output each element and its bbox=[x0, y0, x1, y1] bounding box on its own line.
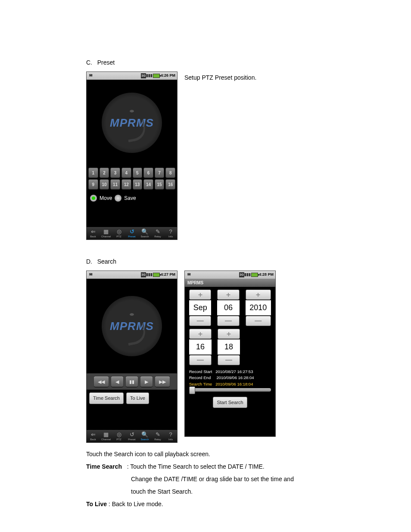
year-value[interactable]: 2010 bbox=[246, 300, 271, 315]
preset-icon: ↺ bbox=[130, 229, 134, 234]
year-up-button[interactable]: ＋ bbox=[246, 289, 271, 300]
record-end-label: Record End bbox=[189, 375, 211, 380]
preset-num-12[interactable]: 12 bbox=[121, 179, 131, 190]
time-search-button[interactable]: Time Search bbox=[89, 392, 124, 404]
battery-icon bbox=[251, 273, 258, 277]
preset-num-7[interactable]: 7 bbox=[155, 168, 165, 178]
slider-thumb[interactable] bbox=[189, 386, 195, 394]
nav-label: PTZ bbox=[116, 438, 121, 442]
preset-num-14[interactable]: 14 bbox=[143, 179, 153, 190]
nav-info[interactable]: ?Info bbox=[165, 229, 177, 239]
preset-num-6[interactable]: 6 bbox=[143, 168, 153, 178]
pause-button[interactable]: ▮▮ bbox=[126, 376, 138, 387]
step-forward-button[interactable]: ▶ bbox=[140, 376, 153, 387]
minute-up-button[interactable]: ＋ bbox=[218, 329, 240, 339]
search-screenshot-timepicker: ✉ 3G ▮▮▮ 4:28 PM MPRMS ＋ Sep — ＋ bbox=[184, 271, 276, 437]
preset-num-5[interactable]: 5 bbox=[133, 168, 143, 178]
month-value[interactable]: Sep bbox=[189, 300, 211, 315]
preset-num-16[interactable]: 16 bbox=[165, 179, 175, 190]
preset-num-15[interactable]: 15 bbox=[155, 179, 165, 190]
nav-preset[interactable]: ↺Preset bbox=[126, 229, 138, 239]
minute-down-button[interactable]: — bbox=[218, 355, 240, 365]
playback-controls: ◀◀ ◀ ▮▮ ▶ ▶▶ bbox=[87, 373, 177, 390]
record-start-label: Record Start bbox=[189, 369, 212, 374]
clock-text: 4:27 PM bbox=[161, 272, 175, 278]
nav-back[interactable]: ⇐Back bbox=[87, 229, 99, 239]
bottom-nav: ⇐Back▦Channel◎PTZ↺Preset🔍Search✎Relay?In… bbox=[87, 430, 177, 442]
nav-label: Back bbox=[90, 438, 96, 442]
battery-icon bbox=[153, 74, 160, 78]
save-radio[interactable] bbox=[115, 195, 121, 202]
preset-num-9[interactable]: 9 bbox=[88, 179, 98, 190]
step-back-button[interactable]: ◀ bbox=[111, 376, 123, 387]
nav-relay[interactable]: ✎Relay bbox=[152, 229, 164, 239]
time-slider[interactable] bbox=[185, 388, 275, 394]
nav-label: Search bbox=[140, 438, 149, 442]
search-icon: 🔍 bbox=[141, 432, 148, 437]
nav-back[interactable]: ⇐Back bbox=[87, 432, 99, 442]
channel-icon: ▦ bbox=[103, 229, 109, 234]
to-live-button[interactable]: To Live bbox=[126, 392, 149, 404]
hour-value[interactable]: 16 bbox=[189, 339, 212, 355]
month-up-button[interactable]: ＋ bbox=[189, 289, 211, 300]
move-radio[interactable] bbox=[90, 195, 97, 202]
preset-num-8[interactable]: 8 bbox=[165, 168, 175, 178]
battery-icon bbox=[153, 273, 160, 277]
nav-relay[interactable]: ✎Relay bbox=[152, 432, 164, 442]
time-picker: ＋ 16 — ＋ 18 — bbox=[185, 328, 275, 367]
month-down-button[interactable]: — bbox=[189, 316, 211, 326]
network-icon: 3G bbox=[141, 272, 146, 277]
nav-info[interactable]: ?Info bbox=[165, 432, 177, 442]
preset-num-4[interactable]: 4 bbox=[121, 168, 131, 178]
preset-screenshot: ✉ 3G ▮▮▮ 4:26 PM MPRMS 12345678 910111 bbox=[86, 72, 177, 240]
preset-num-3[interactable]: 3 bbox=[110, 168, 120, 178]
message-icon: ✉ bbox=[88, 272, 93, 277]
year-down-button[interactable]: — bbox=[246, 316, 271, 326]
back-icon: ⇐ bbox=[91, 229, 96, 234]
section-d-heading: D. Search bbox=[86, 257, 372, 266]
relay-icon: ✎ bbox=[156, 432, 160, 437]
day-value[interactable]: 06 bbox=[217, 300, 239, 315]
year-spinner: ＋ 2010 — bbox=[246, 289, 271, 326]
preset-num-2[interactable]: 2 bbox=[100, 168, 109, 178]
nav-label: Channel bbox=[101, 438, 111, 442]
nav-search[interactable]: 🔍Search bbox=[139, 229, 151, 239]
record-end-value: 2010/09/06 16:28:04 bbox=[216, 375, 254, 380]
date-picker: ＋ Sep — ＋ 06 — ＋ 2010 — bbox=[185, 287, 275, 328]
nav-preset[interactable]: ↺Preset bbox=[126, 432, 138, 442]
day-down-button[interactable]: — bbox=[217, 316, 239, 326]
document-page: C. Preset ✉ 3G ▮▮▮ 4:26 PM MPRMS bbox=[0, 0, 411, 532]
info-icon: ? bbox=[169, 432, 172, 437]
preset-num-1[interactable]: 1 bbox=[88, 168, 98, 178]
message-icon: ✉ bbox=[187, 272, 192, 277]
day-up-button[interactable]: ＋ bbox=[217, 289, 239, 300]
nav-search[interactable]: 🔍Search bbox=[139, 432, 151, 442]
nav-channel[interactable]: ▦Channel bbox=[100, 432, 112, 442]
relay-icon: ✎ bbox=[156, 229, 160, 234]
status-bar: ✉ 3G ▮▮▮ 4:27 PM bbox=[87, 271, 177, 279]
status-bar: ✉ 3G ▮▮▮ 4:26 PM bbox=[87, 72, 177, 80]
preset-num-13[interactable]: 13 bbox=[133, 179, 143, 190]
hour-down-button[interactable]: — bbox=[189, 355, 212, 365]
bottom-nav: ⇐Back▦Channel◎PTZ↺Preset🔍Search✎Relay?In… bbox=[87, 227, 177, 240]
network-icon: 3G bbox=[141, 73, 146, 78]
nav-ptz[interactable]: ◎PTZ bbox=[113, 229, 125, 239]
start-search-button[interactable]: Start Search bbox=[213, 397, 247, 408]
signal-icon: ▮▮▮ bbox=[147, 272, 152, 277]
nav-label: Preset bbox=[128, 235, 135, 239]
minute-value[interactable]: 18 bbox=[218, 339, 240, 355]
hour-spinner: ＋ 16 — bbox=[189, 329, 212, 365]
nav-ptz[interactable]: ◎PTZ bbox=[113, 432, 125, 442]
preset-num-11[interactable]: 11 bbox=[110, 179, 120, 190]
instruction-line1: Touch the Search icon to call playback s… bbox=[86, 450, 310, 459]
fast-forward-button[interactable]: ▶▶ bbox=[155, 376, 170, 387]
rewind-button[interactable]: ◀◀ bbox=[94, 376, 109, 387]
hour-up-button[interactable]: ＋ bbox=[189, 329, 212, 339]
preset-num-10[interactable]: 10 bbox=[100, 179, 109, 190]
ptz-icon: ◎ bbox=[117, 229, 121, 234]
nav-channel[interactable]: ▦Channel bbox=[100, 229, 112, 239]
playback-sub-buttons: Time Search To Live bbox=[87, 390, 177, 407]
message-icon: ✉ bbox=[88, 73, 93, 78]
nav-label: Info bbox=[168, 235, 173, 239]
record-start-value: 2010/08/27 16:27:53 bbox=[215, 369, 253, 374]
